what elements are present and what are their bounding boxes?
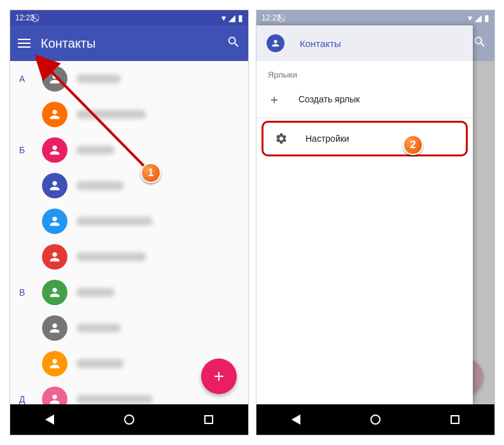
contact-row[interactable] [10,203,248,239]
contact-list[interactable]: А Б В [10,61,248,404]
drawer-item-text: Настройки [305,134,349,144]
drawer-item-text: Создать ярлык [298,94,360,104]
annotation-callout-1: 1 [141,163,161,183]
contact-name [76,74,121,83]
contact-row[interactable] [10,239,248,275]
contact-name [76,110,146,119]
avatar-icon [42,315,67,341]
section-letter: В [19,287,42,298]
contact-row[interactable] [10,310,248,346]
contact-name [76,252,146,261]
nav-back-icon[interactable] [291,414,300,425]
drawer-item-create-label[interactable]: ＋ Создать ярлык [256,83,473,115]
avatar-icon [42,209,67,234]
nav-recent-icon[interactable] [204,415,213,424]
contact-name [76,324,121,332]
avatar-icon [42,351,67,376]
wifi-icon: ▾ [221,13,226,23]
phone-frame-right: 12:23 ⃠ ▾ ◢ ▮ + Контакты Ярлыки ＋ Создат… [256,10,495,435]
contact-row[interactable] [10,97,248,132]
annotation-highlight: Настройки [262,121,468,156]
contact-row[interactable]: Б [10,132,248,168]
contact-name [76,395,153,404]
avatar-icon [42,137,67,163]
add-contact-fab[interactable]: + [201,359,237,394]
navigation-drawer: Контакты Ярлыки ＋ Создать ярлык Настройк… [256,25,473,404]
battery-icon: ▮ [238,13,243,23]
contact-name [76,217,153,226]
signal-icon: ◢ [475,13,482,23]
gear-icon [275,132,288,145]
account-avatar-icon [267,34,284,52]
avatar-icon [42,280,67,305]
contact-name [76,181,124,190]
signal-icon: ◢ [228,13,235,23]
avatar-icon [42,66,67,92]
contact-row[interactable]: В [10,275,248,310]
battery-icon: ▮ [484,13,489,23]
nav-home-icon[interactable] [370,414,381,425]
nav-bar [10,404,248,435]
status-time: 12:23 [15,13,34,22]
status-time: 12:23 [262,13,281,22]
contact-row[interactable]: А [10,61,248,97]
status-bar: 12:23 ⃠ ▾ ◢ ▮ [10,10,248,25]
nav-home-icon[interactable] [124,414,134,425]
contact-name [76,288,115,297]
drawer-item-settings[interactable]: Настройки [263,123,466,154]
drawer-section-label: Ярлыки [256,61,473,83]
drawer-header: Контакты [256,25,473,61]
avatar-icon [42,244,67,270]
section-letter: А [19,74,42,84]
status-bar: 12:23 ⃠ ▾ ◢ ▮ [256,10,494,25]
section-letter: Б [19,145,42,155]
contact-name [76,146,115,154]
avatar-icon [42,387,67,404]
search-icon[interactable] [473,35,487,51]
hamburger-menu-icon[interactable] [18,39,31,48]
wifi-icon: ▾ [468,13,472,23]
phone-frame-left: 12:23 ⃠ ▾ ◢ ▮ Контакты А Б [10,10,249,435]
app-bar: Контакты [10,25,248,61]
avatar-icon [42,173,67,198]
drawer-title: Контакты [300,38,341,49]
section-letter: Д [19,394,42,404]
annotation-callout-2: 2 [403,135,423,155]
search-icon[interactable] [227,35,241,51]
contact-name [76,359,124,368]
nav-bar [256,404,494,435]
nav-recent-icon[interactable] [451,415,459,424]
avatar-icon [42,102,67,127]
nav-back-icon[interactable] [45,414,54,425]
contact-row[interactable] [10,168,248,203]
plus-icon: ＋ [268,91,281,108]
app-title: Контакты [41,36,216,51]
